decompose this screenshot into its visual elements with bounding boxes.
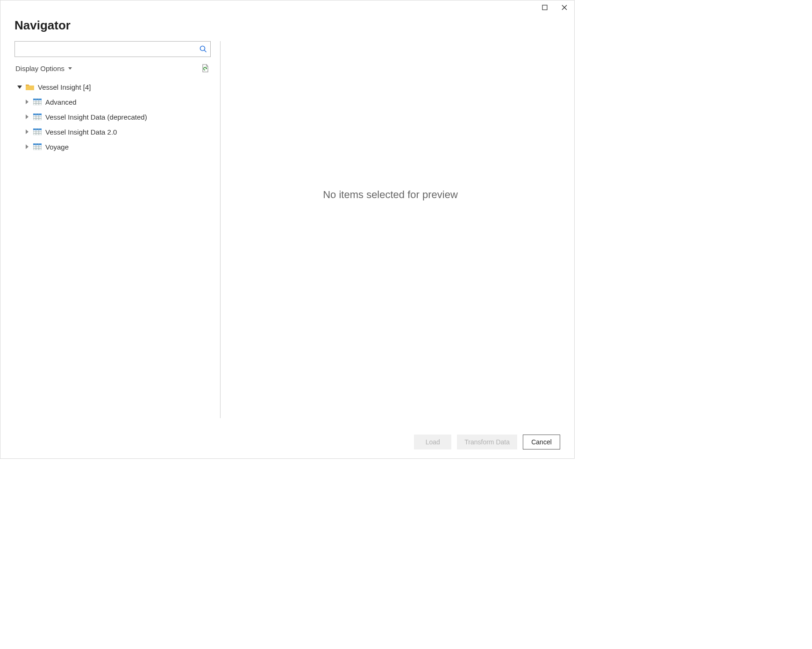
expand-icon[interactable] <box>25 114 29 119</box>
tree-root-vessel-insight[interactable]: Vessel Insight [4] <box>14 79 211 94</box>
tree-item-label: Vessel Insight Data 2.0 <box>45 128 117 136</box>
svg-rect-13 <box>33 114 42 115</box>
tree-item-voyage[interactable]: Voyage <box>14 139 211 154</box>
svg-rect-19 <box>33 128 42 130</box>
options-row: Display Options <box>14 64 211 73</box>
svg-rect-25 <box>33 143 42 145</box>
maximize-icon <box>542 5 548 10</box>
close-button[interactable] <box>556 2 572 13</box>
tree-item-label: Advanced <box>45 98 77 106</box>
search-box[interactable] <box>14 41 211 57</box>
table-icon <box>33 128 42 135</box>
display-options-label: Display Options <box>15 64 64 72</box>
svg-rect-0 <box>542 5 547 10</box>
folder-icon <box>26 84 34 90</box>
load-button[interactable]: Load <box>414 435 451 449</box>
tree-item-vessel-insight-data-2[interactable]: Vessel Insight Data 2.0 <box>14 124 211 139</box>
maximize-button[interactable] <box>537 2 553 13</box>
dialog-title: Navigator <box>14 18 560 33</box>
table-icon <box>33 99 42 105</box>
collapse-icon[interactable] <box>17 85 22 89</box>
search-input[interactable] <box>19 43 199 56</box>
tree-root-label: Vessel Insight [4] <box>38 83 91 91</box>
svg-point-3 <box>200 46 205 51</box>
expand-icon[interactable] <box>25 144 29 149</box>
footer: Load Transform Data Cancel <box>0 432 574 458</box>
tree-item-label: Vessel Insight Data (deprecated) <box>45 113 147 121</box>
left-panel: Display Options <box>14 41 211 432</box>
table-icon <box>33 114 42 120</box>
search-icon[interactable] <box>199 45 207 53</box>
tree-item-label: Voyage <box>45 143 69 151</box>
tree-item-advanced[interactable]: Advanced <box>14 94 211 109</box>
display-options-dropdown[interactable]: Display Options <box>15 64 72 72</box>
svg-rect-7 <box>33 99 42 100</box>
refresh-icon <box>201 64 209 73</box>
refresh-button[interactable] <box>200 64 210 73</box>
transform-data-button[interactable]: Transform Data <box>457 435 517 449</box>
expand-icon[interactable] <box>25 100 29 104</box>
preview-panel: No items selected for preview <box>221 41 560 432</box>
chevron-down-icon <box>68 67 72 70</box>
svg-marker-5 <box>17 86 22 89</box>
table-icon <box>33 143 42 150</box>
preview-empty-message: No items selected for preview <box>323 189 458 201</box>
titlebar <box>0 0 574 14</box>
navigator-dialog: Navigator Display Options <box>0 0 575 459</box>
expand-icon[interactable] <box>25 129 29 134</box>
body: Display Options <box>0 37 574 432</box>
header: Navigator <box>0 14 574 37</box>
tree-item-vessel-insight-data-deprecated[interactable]: Vessel Insight Data (deprecated) <box>14 109 211 124</box>
cancel-button[interactable]: Cancel <box>523 435 560 449</box>
svg-line-4 <box>204 50 206 52</box>
navigator-tree: Vessel Insight [4] Adv <box>14 79 211 154</box>
close-icon <box>561 4 568 11</box>
